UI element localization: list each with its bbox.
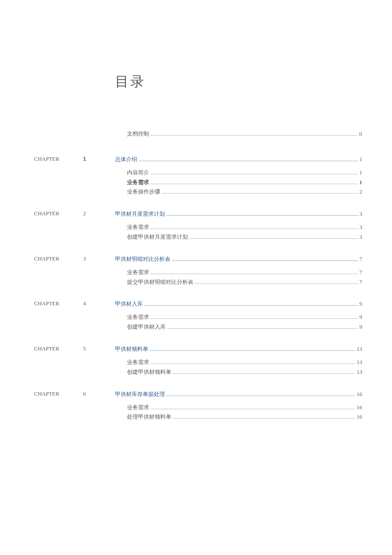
toc-sub-row[interactable]: 内容简介1 — [127, 168, 362, 177]
toc-sub-label: 业务需求 — [127, 268, 149, 277]
toc-sub-label: 创建甲供材领料单 — [127, 368, 171, 377]
toc-preamble-row: 文档控制 ii — [127, 130, 362, 139]
chapter-title-row[interactable]: 甲供材入库9 — [115, 300, 362, 308]
toc-sub-row[interactable]: 创建甲供材月度需求计划3 — [127, 233, 362, 242]
chapter-label: CHAPTER — [34, 345, 83, 352]
chapter-page: 16 — [357, 391, 362, 398]
chapter-number: 2 — [83, 210, 94, 217]
chapter-block: CHAPTER6甲供材库存单据处理16业务需求16处理甲供材领料单16 — [34, 390, 362, 424]
toc-sub-row[interactable]: 业务需求13 — [127, 358, 362, 367]
toc-sub-page: 13 — [357, 368, 362, 377]
toc-sub-page: 2 — [360, 188, 363, 197]
chapter-page: 7 — [360, 256, 363, 263]
chapter-title[interactable]: 总体介绍 — [115, 156, 137, 163]
toc-dots — [151, 274, 358, 274]
chapter-title[interactable]: 甲供材入库 — [115, 300, 143, 308]
toc-dots — [167, 215, 358, 216]
chapter-page: 3 — [360, 211, 363, 217]
chapter-content: 甲供材入库9业务需求9创建甲供材入库9 — [115, 300, 362, 333]
chapter-content: 甲供材领料单13业务需求13创建甲供材领料单13 — [115, 345, 362, 379]
toc-preamble: 文档控制 ii — [127, 130, 362, 139]
toc-sub-page: 13 — [357, 358, 362, 367]
chapter-subs: 业务需求9创建甲供材入库9 — [115, 313, 362, 332]
toc-sub-page: 7 — [360, 278, 363, 287]
chapter-title-row[interactable]: 甲供材明细对比分析表7 — [115, 255, 362, 263]
chapter-block: CHAPTER4甲供材入库9业务需求9创建甲供材入库9 — [34, 300, 362, 333]
toc-dots — [151, 409, 355, 409]
chapter-number: 5 — [83, 345, 94, 352]
chapter-subs: 业务需求3创建甲供材月度需求计划3 — [115, 223, 362, 242]
chapter-subs: 业务需求7提交甲供材明细对比分析表7 — [115, 268, 362, 287]
toc-dots — [190, 238, 358, 239]
toc-sub-page: 3 — [360, 233, 363, 242]
chapter-number: 3 — [83, 255, 94, 262]
chapter-subs: 业务需求13创建甲供材领料单13 — [115, 358, 362, 377]
toc-sub-row[interactable]: 创建甲供材入库9 — [127, 323, 362, 332]
chapter-label: CHAPTER — [34, 255, 83, 262]
toc-sub-label: 创建甲供材入库 — [127, 323, 166, 332]
toc-sub-label: 业务需求 — [127, 223, 149, 232]
chapter-title-row[interactable]: 甲供材月度需求计划3 — [115, 210, 362, 218]
chapter-title[interactable]: 甲供材领料单 — [115, 345, 148, 353]
toc-dots — [167, 328, 358, 329]
chapter-title-row[interactable]: 甲供材库存单据处理16 — [115, 390, 362, 398]
toc-sub-row[interactable]: 业务需求9 — [127, 313, 362, 322]
toc-sub-label: 提交甲供材明细对比分析表 — [127, 278, 193, 287]
toc-sub-page: 7 — [360, 268, 363, 277]
toc-sub-row[interactable]: 创建甲供材领料单13 — [127, 368, 362, 377]
toc-sub-page: 9 — [360, 323, 363, 332]
toc-sub-page: 1 — [360, 178, 363, 187]
toc-sub-page: 1 — [360, 168, 363, 177]
toc-sub-page: 3 — [360, 223, 363, 232]
toc-dots — [150, 350, 355, 351]
toc-dots — [195, 283, 358, 284]
toc-sub-row[interactable]: 业务需求16 — [127, 403, 362, 412]
toc-dots — [172, 260, 358, 261]
toc-sub-label: 业务需求 — [127, 313, 149, 322]
toc-sub-label: 业务需求 — [127, 178, 149, 187]
chapter-page: 9 — [360, 301, 363, 307]
toc-sub-label: 业务需求 — [127, 403, 149, 412]
chapter-title[interactable]: 甲供材月度需求计划 — [115, 210, 165, 218]
toc-sub-row[interactable]: 处理甲供材领料单16 — [127, 413, 362, 422]
toc-sub-row[interactable]: 业务操作步骤2 — [127, 188, 362, 197]
toc-sub-row[interactable]: 业务需求3 — [127, 223, 362, 232]
chapter-subs: 内容简介1业务需求1业务操作步骤2 — [115, 168, 362, 197]
toc-dots — [162, 193, 358, 194]
chapter-number: 6 — [83, 390, 94, 397]
chapter-content: 总体介绍1内容简介1业务需求1业务操作步骤2 — [115, 156, 362, 198]
toc-dots — [151, 174, 358, 174]
toc-sub-label: 处理甲供材领料单 — [127, 413, 171, 422]
toc-dots — [151, 184, 358, 184]
chapter-title-row[interactable]: 甲供材领料单13 — [115, 345, 362, 353]
toc-sub-label: 业务需求 — [127, 358, 149, 367]
toc-preamble-page: ii — [359, 130, 362, 139]
chapter-block: CHAPTER1总体介绍1内容简介1业务需求1业务操作步骤2 — [34, 156, 362, 198]
chapter-label: CHAPTER — [34, 210, 83, 217]
chapter-label: CHAPTER — [34, 156, 83, 162]
chapter-label: CHAPTER — [34, 390, 83, 397]
toc-sub-row[interactable]: 业务需求1 — [127, 178, 362, 187]
chapters-list: CHAPTER1总体介绍1内容简介1业务需求1业务操作步骤2CHAPTER2甲供… — [34, 156, 362, 423]
chapter-page: 13 — [357, 346, 362, 353]
chapter-title-row[interactable]: 总体介绍1 — [115, 156, 362, 163]
chapter-title[interactable]: 甲供材库存单据处理 — [115, 390, 165, 398]
toc-sub-label: 创建甲供材月度需求计划 — [127, 233, 188, 242]
toc-sub-label: 内容简介 — [127, 168, 149, 177]
chapter-block: CHAPTER2甲供材月度需求计划3业务需求3创建甲供材月度需求计划3 — [34, 210, 362, 243]
toc-sub-row[interactable]: 提交甲供材明细对比分析表7 — [127, 278, 362, 287]
toc-dots — [139, 161, 358, 161]
chapter-block: CHAPTER5甲供材领料单13业务需求13创建甲供材领料单13 — [34, 345, 362, 379]
toc-dots — [151, 228, 358, 229]
chapter-label: CHAPTER — [34, 300, 83, 307]
chapter-page: 1 — [360, 156, 363, 163]
chapter-subs: 业务需求16处理甲供材领料单16 — [115, 403, 362, 422]
page-title: 目录 — [115, 72, 362, 91]
toc-sub-page: 9 — [360, 313, 363, 322]
chapter-number: 1 — [83, 156, 94, 162]
toc-dots — [151, 135, 357, 136]
chapter-title[interactable]: 甲供材明细对比分析表 — [115, 255, 170, 263]
toc-sub-row[interactable]: 业务需求7 — [127, 268, 362, 277]
toc-preamble-label: 文档控制 — [127, 130, 149, 139]
toc-sub-page: 16 — [357, 413, 362, 422]
